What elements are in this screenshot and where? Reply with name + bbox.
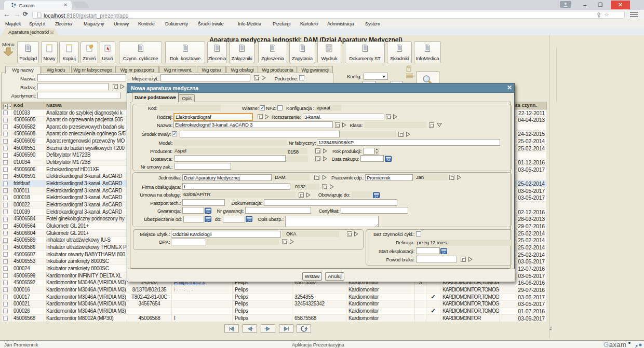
svg-text:14: 14 (374, 195, 378, 198)
svg-text:14: 14 (386, 159, 390, 162)
svg-text:14: 14 (442, 251, 446, 254)
